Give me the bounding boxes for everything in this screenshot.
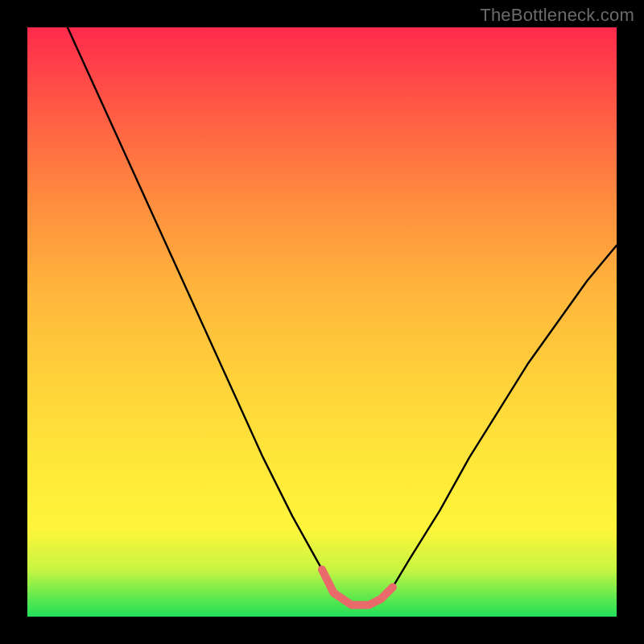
bottleneck-curve	[27, 27, 617, 605]
plot-area	[27, 27, 617, 617]
curve-layer	[27, 27, 617, 617]
chart-frame: TheBottleneck.com	[0, 0, 644, 644]
watermark-text: TheBottleneck.com	[480, 5, 634, 26]
bottleneck-highlight	[322, 569, 393, 605]
